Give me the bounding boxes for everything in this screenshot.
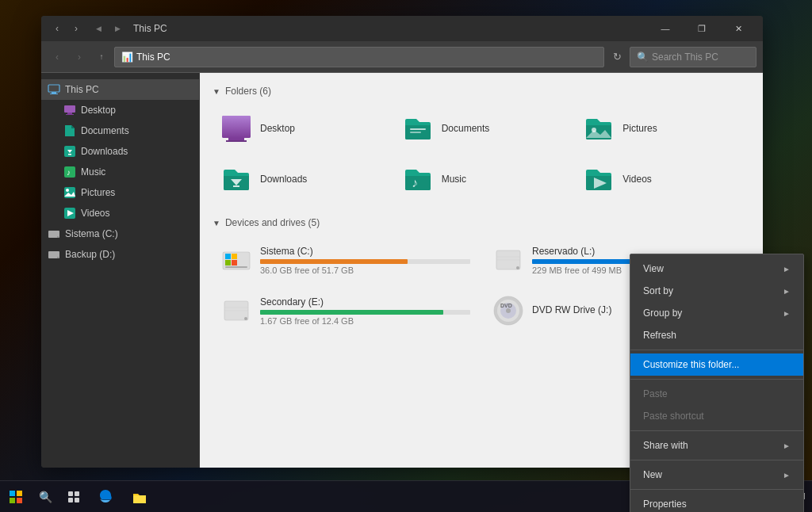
sidebar-videos-label: Videos [81,208,109,219]
ctx-sort-by[interactable]: Sort by ► [630,280,803,302]
ctx-properties[interactable]: Properties [630,493,803,512]
ctx-customize-label: Customize this folder... [643,359,739,370]
ctx-refresh-label: Refresh [643,330,676,341]
svg-rect-38 [232,260,237,266]
svg-point-17 [57,236,59,238]
drive-sistema-c[interactable]: Sistema (C:) 36.0 GB free of 51.7 GB [213,238,478,282]
folder-videos[interactable]: Videos [575,157,750,201]
folder-videos-label: Videos [622,174,651,185]
drives-section-title: Devices and drives (5) [225,217,320,228]
nav-forward-button[interactable]: › [70,48,89,67]
folder-pictures[interactable]: Pictures [575,106,750,151]
ctx-view[interactable]: View ► [630,258,803,280]
sidebar: This PC Desktop Documents [41,73,200,468]
sidebar-item-this-pc[interactable]: This PC [41,79,199,100]
folder-documents[interactable]: Documents [394,106,569,151]
close-button[interactable]: ✕ [720,16,756,41]
ctx-group-by-chevron: ► [783,309,791,318]
sidebar-item-videos[interactable]: Videos [41,203,199,224]
drive-sistema-c-info: Sistema (C:) 36.0 GB free of 51.7 GB [260,246,470,275]
folder-pictures-label: Pictures [622,123,657,134]
sidebar-item-backup-d[interactable]: Backup (D:) [41,244,199,265]
folder-desktop-label: Desktop [260,123,295,134]
sidebar-item-desktop[interactable]: Desktop [41,100,199,120]
svg-rect-1 [52,92,56,94]
ctx-share-with-label: Share with [643,440,688,451]
ctx-refresh[interactable]: Refresh [630,324,803,346]
back-button[interactable]: ‹ [48,19,67,38]
drives-section-header[interactable]: ▼ Devices and drives (5) [213,217,750,228]
svg-rect-3 [64,105,75,113]
svg-point-40 [516,266,519,269]
refresh-button[interactable]: ↻ [607,48,626,67]
ctx-new-chevron: ► [783,471,791,480]
ctx-share-with[interactable]: Share with ► [630,434,803,457]
ctx-paste: Paste [630,383,803,405]
sidebar-item-pictures[interactable]: Pictures [41,182,199,203]
sidebar-item-sistema-c[interactable]: Sistema (C:) [41,224,199,244]
folders-section-header[interactable]: ▼ Folders (6) [213,86,750,97]
drive-secondary-e-bar [260,310,443,315]
folder-documents-label: Documents [442,123,490,134]
ctx-new[interactable]: New ► [630,464,803,486]
ctx-view-chevron: ► [783,265,791,273]
sidebar-sistema-c-label: Sistema (C:) [65,228,118,239]
forward-button[interactable]: › [67,19,86,38]
ctx-share-with-chevron: ► [783,441,791,450]
sidebar-item-documents[interactable]: Documents [41,120,199,141]
ctx-separator-2 [630,379,803,380]
svg-point-42 [244,317,247,320]
ctx-group-by-label: Group by [643,308,682,319]
folder-music-label: Music [442,174,466,185]
folder-downloads[interactable]: Downloads [213,157,388,201]
folders-grid: Desktop Documents Pictures [213,106,750,201]
ctx-sort-by-label: Sort by [643,285,673,296]
svg-text:♪: ♪ [412,176,418,189]
ctx-view-label: View [643,263,664,274]
minimize-button[interactable]: — [647,16,684,41]
documents-icon [63,124,76,137]
sidebar-desktop-label: Desktop [81,105,116,116]
search-box[interactable]: 🔍 Search This PC [630,47,756,67]
maximize-button[interactable]: ❐ [684,16,720,41]
ctx-sort-by-chevron: ► [783,287,791,296]
svg-rect-36 [232,254,237,259]
ctx-paste-shortcut: Paste shortcut [630,405,803,427]
svg-text:DVD: DVD [500,303,512,308]
svg-rect-25 [410,132,421,133]
svg-point-12 [66,189,69,192]
task-view-button[interactable] [59,481,87,513]
window-controls: — ❐ ✕ [647,16,756,41]
svg-rect-51 [17,498,22,503]
ctx-customize[interactable]: Customize this folder... [630,353,803,376]
sidebar-item-downloads[interactable]: Downloads [41,141,199,162]
ctx-separator-1 [630,350,803,350]
ctx-properties-label: Properties [643,499,687,510]
nav-back-button[interactable]: ‹ [48,48,67,67]
folder-downloads-icon [220,163,252,195]
taskbar-edge-icon[interactable] [90,481,122,513]
svg-rect-22 [228,138,244,140]
address-input[interactable]: 📊 This PC [114,47,604,67]
ctx-group-by[interactable]: Group by ► [630,302,803,324]
taskbar-search-button[interactable]: 🔍 [32,481,59,513]
desktop-icon [63,104,76,117]
folder-desktop[interactable]: Desktop [213,106,388,151]
videos-icon [63,207,76,220]
nav-up-button[interactable]: ↑ [92,48,111,67]
sidebar-item-music[interactable]: ♪ Music [41,162,199,182]
svg-rect-0 [48,85,59,92]
folder-music[interactable]: ♪ Music [394,157,569,201]
title-bar: ‹ › ◀ ▶ This PC — ❐ ✕ [41,16,763,41]
pc-icon [48,83,60,96]
svg-rect-53 [75,491,79,496]
recent-locations-button[interactable]: ◀ [89,19,108,38]
pictures-icon [63,186,76,199]
folder-documents-icon [402,113,434,144]
folder-music-icon: ♪ [402,163,434,195]
taskbar-explorer-icon[interactable] [124,481,155,513]
start-button[interactable] [0,481,32,513]
up-button[interactable]: ▶ [108,19,127,38]
drive-secondary-e[interactable]: Secondary (E:) 1.67 GB free of 12.4 GB [213,288,478,333]
svg-rect-4 [67,113,72,114]
